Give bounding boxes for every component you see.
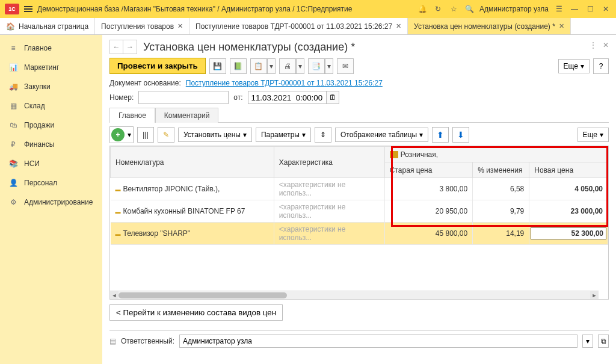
col-nomenclature[interactable]: Номенклатура [111, 147, 274, 178]
tab-price-setup[interactable]: Установка цен номенклатуры (создание) * … [408, 18, 571, 34]
table-row[interactable]: ▬Комбайн кухонный BINATONE FP 67 <характ… [111, 200, 608, 223]
maximize-icon[interactable]: ☐ [585, 4, 596, 14]
chevron-down-icon[interactable]: ▾ [325, 58, 333, 74]
mail-button[interactable]: ✉ [337, 58, 354, 74]
sidebar-item-warehouse[interactable]: ▦Склад [0, 96, 102, 116]
history-icon[interactable]: ↻ [433, 4, 443, 14]
cell-pct: 6,58 [473, 178, 529, 200]
date-input[interactable] [248, 91, 326, 104]
chevron-down-icon[interactable]: ▾ [267, 58, 276, 74]
scroll-left-icon[interactable]: ◄ [110, 291, 119, 300]
scroll-right-icon[interactable]: ► [590, 291, 599, 300]
tab-receipts-label: Поступления товаров [101, 22, 174, 31]
chevron-down-icon[interactable]: ▾ [582, 335, 593, 348]
barcode-button[interactable]: ||| [137, 127, 154, 143]
close-icon[interactable]: ✕ [559, 22, 564, 30]
cell-pct: 14,19 [473, 223, 529, 245]
doc-tab-main[interactable]: Главное [109, 108, 155, 123]
cell-nom: Комбайн кухонный BINATONE FP 67 [123, 207, 245, 215]
open-ref-icon[interactable]: ⧉ [598, 335, 609, 348]
more-table-button[interactable]: Еще▾ [578, 128, 609, 142]
move-up-button[interactable]: ⬆ [432, 127, 449, 143]
item-icon: ▬ [116, 209, 121, 215]
home-icon: 🏠 [6, 22, 15, 31]
close-icon[interactable]: ✕ [177, 22, 183, 30]
search-icon[interactable]: 🔍 [464, 4, 475, 14]
settings-icon[interactable]: ☰ [553, 4, 564, 14]
change-composition-button[interactable]: < Перейти к изменению состава видов цен [109, 304, 283, 321]
expand-button[interactable]: ⇕ [315, 127, 331, 143]
add-button[interactable]: + [111, 128, 125, 141]
tab-receipt-doc-label: Поступление товаров ТДРТ-000001 от 11.03… [196, 22, 392, 31]
report-button[interactable]: 📑 [308, 58, 325, 74]
page-title: Установка цен номенклатуры (создание) * [143, 41, 355, 54]
help-button[interactable]: ? [593, 58, 609, 74]
finance-icon: ₽ [8, 140, 18, 149]
table-row[interactable]: ▬Вентилятор JIPONIC (Тайв.), <характерис… [111, 178, 608, 200]
basis-button[interactable]: 📋 [250, 58, 267, 74]
cell-new[interactable]: 23 000,00 [529, 200, 608, 223]
sidebar-item-label: Финансы [24, 140, 54, 149]
basis-link[interactable]: Поступление товаров ТДРТ-000001 от 11.03… [186, 79, 383, 87]
col-characteristic[interactable]: Характеристика [274, 147, 384, 178]
nav-forward[interactable]: → [123, 40, 137, 54]
tab-home-label: Начальная страница [19, 22, 88, 31]
post-close-button[interactable]: Провести и закрыть [109, 58, 206, 74]
col-group-retail: Розничная, [384, 147, 608, 162]
sidebar-item-personnel[interactable]: 👤Персонал [0, 173, 102, 193]
sidebar-item-label: Склад [24, 102, 45, 110]
minimize-icon[interactable]: — [569, 4, 580, 14]
sidebar-item-purchases[interactable]: 🚚Закупки [0, 77, 102, 96]
menu-icon[interactable] [24, 6, 32, 12]
item-icon: ▬ [116, 187, 121, 193]
cell-old: 45 800,00 [384, 223, 472, 245]
post-button[interactable]: 📗 [230, 58, 247, 74]
close-window-icon[interactable]: ✕ [600, 4, 611, 14]
print-button[interactable]: 🖨 [279, 58, 296, 74]
options-icon[interactable]: ⋮ [590, 41, 597, 49]
tab-receipts[interactable]: Поступления товаров ✕ [95, 18, 189, 34]
chevron-down-icon[interactable]: ▾ [296, 58, 304, 74]
save-button[interactable]: 💾 [209, 58, 226, 74]
sidebar-item-admin[interactable]: ⚙Администрирование [0, 193, 102, 212]
move-down-button[interactable]: ⬇ [452, 127, 469, 143]
doc-icon: ▤ [109, 337, 116, 345]
doc-tab-comment[interactable]: Комментарий [155, 108, 219, 123]
cell-new[interactable]: 4 050,00 [529, 178, 608, 200]
scroll-thumb[interactable] [119, 292, 287, 298]
purchases-icon: 🚚 [8, 82, 18, 91]
close-icon[interactable]: ✕ [396, 22, 401, 30]
bell-icon[interactable]: 🔔 [417, 4, 428, 14]
tab-price-setup-label: Установка цен номенклатуры (создание) * [414, 22, 555, 31]
col-old-price[interactable]: Старая цена [384, 162, 472, 178]
display-button[interactable]: Отображение таблицы▾ [335, 128, 428, 142]
col-percent[interactable]: % изменения [473, 162, 529, 178]
sidebar-item-nsi[interactable]: 📚НСИ [0, 154, 102, 173]
horizontal-scrollbar[interactable]: ◄ ► [110, 291, 599, 299]
sidebar-item-label: Закупки [24, 82, 51, 91]
sidebar-item-marketing[interactable]: 📊Маркетинг [0, 58, 102, 77]
sidebar-item-finance[interactable]: ₽Финансы [0, 135, 102, 154]
tab-home[interactable]: 🏠 Начальная страница [0, 18, 95, 34]
responsible-input[interactable]: Администратор узла [179, 335, 578, 348]
sidebar-item-sales[interactable]: 🛍Продажи [0, 116, 102, 135]
number-input[interactable] [138, 91, 229, 104]
star-icon[interactable]: ☆ [448, 4, 459, 14]
cell-char: <характеристики не использ... [274, 200, 384, 223]
table-row[interactable]: ▬Телевизор "SHARP" <характеристики не ис… [111, 223, 608, 245]
tab-receipt-doc[interactable]: Поступление товаров ТДРТ-000001 от 11.03… [189, 18, 408, 34]
calendar-icon[interactable]: 🗓 [326, 91, 339, 104]
tabs-bar: 🏠 Начальная страница Поступления товаров… [0, 18, 616, 35]
set-prices-button[interactable]: Установить цены▾ [178, 128, 252, 142]
cell-new-edit[interactable]: 52 300,00 [531, 227, 606, 239]
col-new-price[interactable]: Новая цена [529, 162, 608, 178]
more-button[interactable]: Еще▾ [558, 59, 590, 73]
responsible-label: Ответственный: [121, 337, 174, 345]
close-icon[interactable]: ✕ [603, 41, 609, 49]
edit-button[interactable]: ✎ [158, 127, 174, 143]
personnel-icon: 👤 [8, 178, 18, 188]
params-button[interactable]: Параметры▾ [256, 128, 311, 142]
nav-back[interactable]: ← [110, 40, 123, 54]
user-name[interactable]: Администратор узла [479, 5, 549, 13]
sidebar-item-main[interactable]: ≡Главное [0, 39, 102, 58]
